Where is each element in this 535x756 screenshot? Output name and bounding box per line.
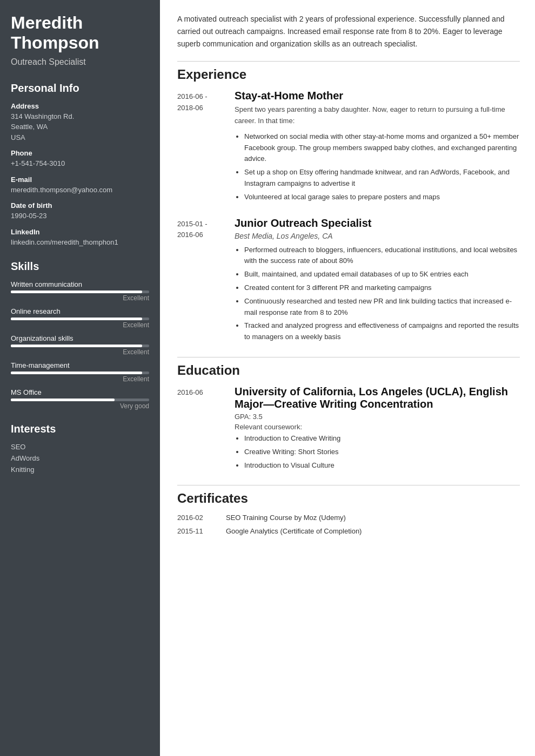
skill-name: Online research (11, 307, 149, 315)
skill-name: MS Office (11, 388, 149, 396)
skill-bar-background (11, 345, 149, 347)
education-section-title: Education (177, 363, 520, 378)
skill-name: Organizational skills (11, 334, 149, 342)
skills-list: Written communicationExcellentOnline res… (11, 280, 149, 410)
address-line3: USA (11, 132, 149, 143)
dob-label: Date of birth (11, 201, 149, 210)
skill-item: Written communicationExcellent (11, 280, 149, 302)
personal-info-heading: Personal Info (11, 82, 149, 94)
education-divider (177, 357, 520, 357)
skill-item: Organizational skillsExcellent (11, 334, 149, 356)
address-label: Address (11, 102, 149, 110)
skill-level-label: Excellent (11, 375, 149, 383)
skill-bar-background (11, 399, 149, 401)
linkedin-label: LinkedIn (11, 228, 149, 236)
education-entry: 2016-06University of California, Los Ang… (177, 386, 520, 473)
edu-content: University of California, Los Angeles (U… (226, 386, 520, 473)
bullet-item: Tracked and analyzed progress and effect… (244, 320, 520, 343)
skill-name: Written communication (11, 280, 149, 288)
entry-company: Best Media, Los Angeles, CA (235, 232, 520, 240)
edu-bullet-item: Creative Writing: Short Stories (244, 447, 520, 458)
skill-bar-fill (11, 291, 142, 293)
linkedin-value: linkedin.com/meredith_thomphon1 (11, 237, 149, 248)
candidate-title: Outreach Specialist (11, 57, 149, 67)
edu-school-title: University of California, Los Angeles (U… (235, 386, 520, 410)
bullet-item: Continuously researched and tested new P… (244, 296, 520, 319)
interests-heading: Interests (11, 423, 149, 435)
phone-value: +1-541-754-3010 (11, 158, 149, 169)
interests-list: SEOAdWordsKnitting (11, 443, 149, 474)
phone-label: Phone (11, 149, 149, 157)
experience-entry: 2015-01 - 2016-06Junior Outreach Special… (177, 217, 520, 345)
skill-bar-fill (11, 318, 142, 320)
skill-bar-background (11, 318, 149, 320)
skill-item: MS OfficeVery good (11, 388, 149, 410)
entry-content: Stay-at-Home MotherSpent two years paren… (226, 90, 520, 205)
cert-name: SEO Training Course by Moz (Udemy) (226, 514, 520, 522)
entry-dates: 2016-06 - 2018-06 (177, 90, 226, 205)
edu-gpa: GPA: 3.5 (235, 413, 520, 421)
certificates-divider (177, 485, 520, 485)
skill-bar-fill (11, 372, 142, 374)
entry-job-title: Junior Outreach Specialist (235, 217, 520, 230)
skill-bar-background (11, 291, 149, 293)
entry-job-title: Stay-at-Home Mother (235, 90, 520, 102)
certificates-section-title: Certificates (177, 491, 520, 506)
education-list: 2016-06University of California, Los Ang… (177, 386, 520, 473)
skill-bar-background (11, 372, 149, 374)
interest-item: Knitting (11, 465, 149, 474)
skill-level-label: Excellent (11, 348, 149, 356)
email-label: E-mail (11, 176, 149, 184)
cert-name: Google Analytics (Certificate of Complet… (226, 527, 520, 535)
address-line2: Seattle, WA (11, 122, 149, 132)
experience-entry: 2016-06 - 2018-06Stay-at-Home MotherSpen… (177, 90, 520, 205)
summary-text: A motivated outreach specialist with 2 y… (177, 13, 520, 50)
experience-section-title: Experience (177, 67, 520, 82)
skill-bar-fill (11, 345, 142, 347)
entry-bullets: Performed outreach to bloggers, influenc… (235, 245, 520, 343)
skill-level-label: Very good (11, 402, 149, 410)
edu-coursework-label: Relevant coursework: (235, 423, 520, 431)
entry-description: Spent two years parenting a baby daughte… (235, 104, 520, 127)
bullet-item: Created content for 3 different PR and m… (244, 282, 520, 294)
bullet-item: Set up a shop on Etsy offering handmade … (244, 167, 520, 190)
edu-bullet-item: Introduction to Creative Writing (244, 433, 520, 444)
edu-date: 2016-06 (177, 386, 226, 473)
entry-bullets: Networked on social media with other sta… (235, 131, 520, 203)
certificate-entry: 2016-02SEO Training Course by Moz (Udemy… (177, 514, 520, 522)
bullet-item: Performed outreach to bloggers, influenc… (244, 245, 520, 267)
experience-list: 2016-06 - 2018-06Stay-at-Home MotherSpen… (177, 90, 520, 345)
certificate-entry: 2015-11Google Analytics (Certificate of … (177, 527, 520, 535)
interest-item: SEO (11, 443, 149, 451)
entry-dates: 2015-01 - 2016-06 (177, 217, 226, 345)
bullet-item: Networked on social media with other sta… (244, 131, 520, 165)
skill-level-label: Excellent (11, 321, 149, 329)
address-line1: 314 Washington Rd. (11, 111, 149, 122)
skills-heading: Skills (11, 260, 149, 273)
certificates-list: 2016-02SEO Training Course by Moz (Udemy… (177, 514, 520, 535)
edu-bullet-item: Introduction to Visual Culture (244, 460, 520, 471)
candidate-name: Meredith Thompson (11, 13, 149, 53)
skill-name: Time-management (11, 361, 149, 369)
entry-content: Junior Outreach SpecialistBest Media, Lo… (226, 217, 520, 345)
skill-item: Online researchExcellent (11, 307, 149, 329)
email-value: meredith.thompson@yahoo.com (11, 185, 149, 195)
bullet-item: Volunteered at local garage sales to pre… (244, 192, 520, 203)
dob-value: 1990-05-23 (11, 211, 149, 221)
skill-bar-fill (11, 399, 115, 401)
skill-level-label: Excellent (11, 294, 149, 302)
edu-bullets: Introduction to Creative WritingCreative… (235, 433, 520, 471)
bullet-item: Built, maintained, and updated email dat… (244, 269, 520, 280)
interest-item: AdWords (11, 454, 149, 462)
cert-date: 2015-11 (177, 527, 226, 535)
cert-date: 2016-02 (177, 514, 226, 522)
main-content: A motivated outreach specialist with 2 y… (160, 0, 535, 756)
skill-item: Time-managementExcellent (11, 361, 149, 383)
sidebar: Meredith Thompson Outreach Specialist Pe… (0, 0, 160, 756)
experience-divider (177, 61, 520, 62)
